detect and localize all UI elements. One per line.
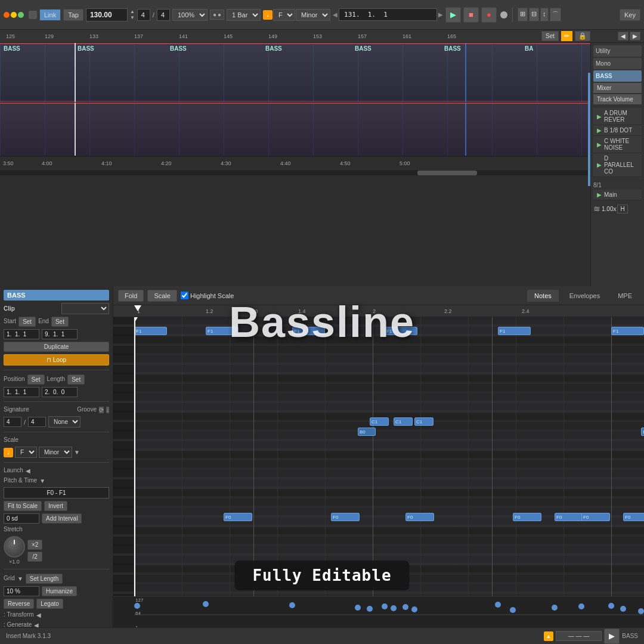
- time-sig-den[interactable]: [157, 9, 170, 21]
- scroll-left[interactable]: ◀: [618, 32, 628, 41]
- launch-arrow[interactable]: ◀: [26, 467, 30, 474]
- sig-val-row: / None: [4, 416, 109, 428]
- lock-btn[interactable]: 🔒: [575, 31, 590, 41]
- zoom-select[interactable]: 100%: [172, 9, 208, 21]
- highlight-scale-check[interactable]: [181, 292, 188, 299]
- stretch-knob[interactable]: ×1.0: [4, 536, 25, 565]
- note-b0-1[interactable]: B0: [358, 428, 376, 436]
- main-item[interactable]: ▶ Main: [593, 190, 642, 200]
- note-c1-1[interactable]: C1: [370, 417, 389, 426]
- notes-tab[interactable]: Notes: [527, 290, 559, 302]
- view-btn-2[interactable]: ⊟: [529, 8, 539, 21]
- note-f1-2[interactable]: F1: [206, 327, 239, 335]
- fold-btn[interactable]: Fold: [118, 290, 144, 302]
- envelopes-tab[interactable]: Envelopes: [562, 290, 607, 302]
- key-label-btn[interactable]: Key: [620, 9, 640, 21]
- invert-btn[interactable]: Invert: [44, 501, 67, 511]
- time-sig-num[interactable]: [137, 9, 150, 21]
- groove-cycle-btn[interactable]: ⟳: [99, 407, 104, 413]
- note-grid[interactable]: F1 F1 F1 F1 F1 F1 C1 C1 C1 C1 C1 C1 B0 B…: [134, 317, 644, 596]
- end-set-btn[interactable]: Set: [51, 317, 69, 327]
- note-f0-2[interactable]: F0: [331, 513, 360, 521]
- add-interval-btn[interactable]: Add Interval: [42, 513, 82, 524]
- scale-mode-select[interactable]: Minor: [39, 447, 72, 458]
- x2-btn[interactable]: ×2: [27, 540, 42, 550]
- note-c1-3[interactable]: C1: [414, 417, 434, 426]
- scale-select[interactable]: Minor: [296, 9, 330, 21]
- legato-btn[interactable]: Legato: [36, 599, 63, 609]
- sig-den-input[interactable]: [28, 417, 46, 427]
- chain-item-c[interactable]: ▶ C WHITE NOISE: [593, 136, 642, 153]
- tap-button[interactable]: Tap: [63, 9, 83, 21]
- start-set-btn[interactable]: Set: [18, 317, 36, 327]
- clip-select[interactable]: [61, 303, 109, 314]
- note-f1-4[interactable]: F1: [385, 327, 417, 335]
- note-f0-7[interactable]: F0: [623, 513, 644, 521]
- humanize-btn[interactable]: Humanize: [42, 586, 77, 596]
- scale-key-select[interactable]: F: [15, 447, 37, 458]
- play-button[interactable]: ▶: [445, 7, 461, 23]
- pitch-arrow[interactable]: ▼: [39, 478, 45, 484]
- len-val-input[interactable]: [42, 387, 78, 397]
- mpe-tab[interactable]: MPE: [611, 290, 639, 302]
- reverse-btn[interactable]: Reverse: [4, 599, 34, 609]
- view-btn-4[interactable]: ⌒: [550, 8, 561, 21]
- note-b0-2[interactable]: B0: [641, 428, 644, 436]
- stop-button[interactable]: ■: [463, 7, 479, 23]
- note-f1-1[interactable]: F1: [134, 327, 167, 335]
- note-f1-5[interactable]: F1: [498, 327, 531, 335]
- clip-section-title: Clip: [4, 304, 15, 313]
- scale-arrow[interactable]: ▼: [74, 449, 80, 456]
- scale-btn[interactable]: Scale: [147, 290, 177, 302]
- view-btn-3[interactable]: ↕: [540, 8, 549, 21]
- set-length-btn[interactable]: Set Length: [26, 574, 63, 584]
- note-f1-3[interactable]: F1: [292, 327, 325, 335]
- edit-mode-btn[interactable]: ✏: [561, 31, 572, 41]
- pos-set-btn[interactable]: Set: [27, 374, 45, 385]
- end-val-input[interactable]: [42, 329, 78, 339]
- note-f0-1[interactable]: F0: [224, 513, 252, 521]
- grid-arrow[interactable]: ▼: [17, 575, 23, 582]
- len-set-btn[interactable]: Set: [67, 374, 85, 385]
- mixer-btn[interactable]: Mixer: [593, 83, 642, 93]
- key-select[interactable]: F: [273, 9, 295, 21]
- sig-num-input[interactable]: [4, 417, 21, 427]
- groove-down-btn[interactable]: ↓: [106, 407, 109, 413]
- groove-select[interactable]: None: [48, 416, 80, 428]
- menu-btn[interactable]: [29, 11, 37, 19]
- chain-item-d[interactable]: ▶ D PARALLEL CO: [593, 153, 642, 177]
- scroll-thumb[interactable]: [417, 171, 477, 175]
- fit-to-scale-btn[interactable]: Fit to Scale: [4, 501, 42, 511]
- duplicate-btn[interactable]: Duplicate: [4, 342, 109, 352]
- view-btn-1[interactable]: ⊞: [518, 8, 528, 21]
- bpm-input[interactable]: [86, 8, 128, 21]
- transform-arrow[interactable]: ◀: [36, 612, 41, 618]
- note-f1-6[interactable]: F1: [611, 327, 644, 335]
- note-f0-5[interactable]: F0: [555, 513, 583, 521]
- grid-pct-input[interactable]: [4, 586, 39, 596]
- note-f0-6[interactable]: F0: [581, 513, 610, 521]
- div2-btn[interactable]: /2: [27, 552, 42, 562]
- note-f0-4[interactable]: F0: [513, 513, 541, 521]
- set-btn[interactable]: Set: [541, 31, 559, 41]
- semitone-input[interactable]: [4, 513, 39, 524]
- status-play-btn[interactable]: ▶: [604, 628, 620, 644]
- position-input[interactable]: [339, 8, 437, 21]
- timeline-scrollbar[interactable]: [0, 169, 590, 175]
- note-c1-2[interactable]: C1: [394, 417, 413, 426]
- link-button[interactable]: Link: [39, 9, 61, 21]
- track-volume-btn[interactable]: Track Volume: [593, 94, 642, 104]
- h-btn[interactable]: H: [617, 205, 627, 213]
- highlight-scale-checkbox[interactable]: Highlight Scale: [181, 292, 234, 299]
- note-f0-3[interactable]: F0: [405, 513, 434, 521]
- record-button[interactable]: ●: [481, 7, 497, 23]
- pos-val-input[interactable]: [4, 387, 39, 397]
- quantize-select[interactable]: 1 Bar: [227, 9, 261, 21]
- chain-item-a[interactable]: ▶ A DRUM REVER: [593, 108, 642, 125]
- loop-btn[interactable]: ⊓ Loop: [4, 354, 109, 366]
- start-val-input[interactable]: [4, 329, 39, 339]
- tuner-icon[interactable]: [500, 11, 507, 18]
- scroll-right[interactable]: ▶: [630, 32, 640, 41]
- chain-item-b[interactable]: ▶ B 1/8 DOT: [593, 125, 642, 136]
- time-mark-6: 4:40: [280, 160, 291, 166]
